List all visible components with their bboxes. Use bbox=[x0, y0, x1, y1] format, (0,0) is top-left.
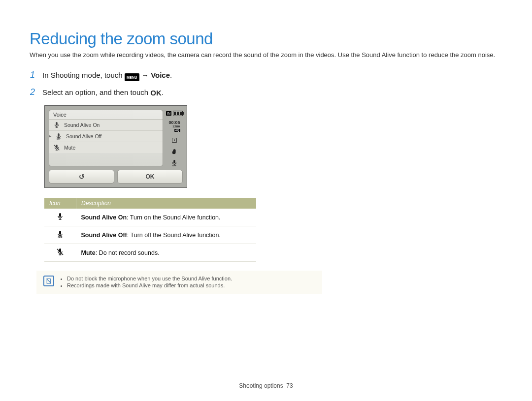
voice-option-sound-alive-on[interactable]: Sound Alive On bbox=[49, 120, 163, 131]
option-name: Sound Alive On bbox=[81, 214, 127, 221]
status-column: IN 00:05 1280 HQ bbox=[166, 110, 183, 166]
footer-section: Shooting options bbox=[239, 382, 283, 389]
timer-icon bbox=[171, 137, 178, 144]
option-name: Sound Alive Off bbox=[81, 232, 127, 239]
time-value: 00:05 bbox=[168, 120, 180, 125]
mic-icon bbox=[53, 122, 60, 128]
back-button[interactable]: ↺ bbox=[49, 170, 114, 184]
step-number: 1 bbox=[30, 70, 35, 80]
row-description: Sound Alive Off: Turn off the Sound Aliv… bbox=[76, 226, 257, 244]
step-text-pre: Select an option, and then touch bbox=[42, 88, 150, 96]
svg-line-13 bbox=[47, 279, 51, 283]
note-item: Do not block the microphone when you use… bbox=[67, 276, 232, 281]
option-name: Mute bbox=[81, 249, 96, 256]
storage-in-icon: IN bbox=[166, 111, 171, 116]
note-item: Recordings made with Sound Alive may dif… bbox=[67, 282, 232, 288]
menu-icon: MENU bbox=[125, 73, 139, 81]
voice-menu-header: Voice bbox=[49, 110, 163, 120]
camera-screen: Voice Sound Alive On Sound Alive Off Mut… bbox=[44, 105, 187, 188]
voice-option-label: Mute bbox=[64, 145, 75, 151]
voice-menu-panel: Voice Sound Alive On Sound Alive Off Mut… bbox=[49, 110, 163, 166]
step-number: 2 bbox=[30, 87, 35, 97]
step-text: In Shooting mode, touch MENU → Voice. bbox=[42, 71, 172, 82]
option-desc: : Turn off the Sound Alive function. bbox=[127, 232, 221, 239]
voice-option-sound-alive-off[interactable]: Sound Alive Off bbox=[49, 131, 163, 142]
resolution-badge: HQ bbox=[175, 129, 180, 132]
icon-description-table: Icon Description Sound Alive On: Turn on… bbox=[44, 198, 256, 262]
note-icon bbox=[43, 276, 54, 286]
voice-option-label: Sound Alive Off bbox=[66, 133, 101, 139]
step-bold: Voice bbox=[151, 71, 170, 79]
table-head-icon: Icon bbox=[44, 198, 76, 209]
mic-icon bbox=[56, 213, 64, 220]
arrow-glyph: → bbox=[141, 71, 151, 79]
mic-mute-icon bbox=[53, 144, 60, 151]
battery-icon bbox=[173, 111, 183, 116]
voice-option-label: Sound Alive On bbox=[64, 122, 100, 128]
table-row: Sound Alive On: Turn on the Sound Alive … bbox=[44, 209, 256, 226]
step-1: 1 In Shooting mode, touch MENU → Voice. bbox=[30, 70, 502, 82]
note-list: Do not block the microphone when you use… bbox=[60, 276, 232, 289]
voice-option-mute[interactable]: Mute bbox=[49, 142, 163, 153]
mic-off-icon bbox=[56, 230, 64, 238]
footer-page-number: 73 bbox=[286, 382, 293, 389]
steps-list: 1 In Shooting mode, touch MENU → Voice. … bbox=[30, 70, 502, 98]
ok-button[interactable]: OK bbox=[117, 170, 183, 184]
table-row: Sound Alive Off: Turn off the Sound Aliv… bbox=[44, 226, 256, 244]
option-desc: : Do not record sounds. bbox=[96, 249, 160, 256]
hand-icon bbox=[171, 148, 178, 155]
intro-paragraph: When you use the zoom while recording vi… bbox=[30, 50, 502, 60]
step-punct: . bbox=[162, 88, 164, 96]
step-text: Select an option, and then touch OK. bbox=[42, 88, 164, 97]
step-2: 2 Select an option, and then touch OK. bbox=[30, 87, 502, 97]
row-description: Sound Alive On: Turn on the Sound Alive … bbox=[76, 209, 257, 226]
mic-off-icon bbox=[55, 133, 62, 140]
option-desc: : Turn on the Sound Alive function. bbox=[127, 214, 220, 221]
mic-off-status-icon bbox=[171, 159, 178, 166]
row-description: Mute: Do not record sounds. bbox=[76, 244, 257, 262]
mic-mute-icon bbox=[56, 248, 64, 256]
table-row: Mute: Do not record sounds. bbox=[44, 244, 256, 262]
page-footer: Shooting options 73 bbox=[0, 382, 532, 389]
record-time: 00:05 1280 HQ bbox=[168, 121, 180, 132]
resolution-top: 1280 bbox=[172, 125, 180, 128]
note-callout: Do not block the microphone when you use… bbox=[36, 271, 322, 294]
table-head-description: Description bbox=[76, 198, 257, 209]
ok-icon: OK bbox=[150, 89, 162, 97]
step-punct: . bbox=[170, 71, 172, 79]
svg-line-12 bbox=[174, 140, 175, 141]
page-title: Reducing the zoom sound bbox=[30, 30, 502, 48]
step-text-pre: In Shooting mode, touch bbox=[42, 71, 125, 79]
